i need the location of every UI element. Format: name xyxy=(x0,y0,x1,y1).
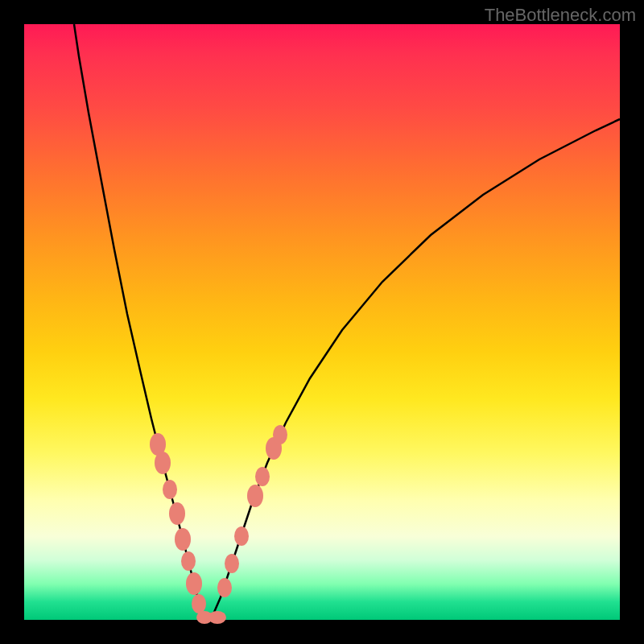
data-marker xyxy=(169,502,185,525)
data-marker xyxy=(225,554,239,573)
data-marker xyxy=(186,572,202,595)
data-marker xyxy=(255,467,270,486)
data-marker xyxy=(273,425,287,444)
marker-group xyxy=(150,425,287,624)
data-marker xyxy=(163,480,177,499)
watermark-text: TheBottleneck.com xyxy=(485,5,636,26)
data-marker xyxy=(208,611,226,624)
plot-area xyxy=(24,24,620,620)
right-branch-curve xyxy=(206,119,620,620)
data-marker xyxy=(155,452,171,474)
data-marker xyxy=(192,594,206,613)
curve-svg xyxy=(24,24,620,620)
data-marker xyxy=(247,485,263,507)
data-marker xyxy=(181,551,196,571)
data-marker xyxy=(175,528,191,551)
data-marker xyxy=(217,578,232,597)
data-marker xyxy=(234,526,249,546)
